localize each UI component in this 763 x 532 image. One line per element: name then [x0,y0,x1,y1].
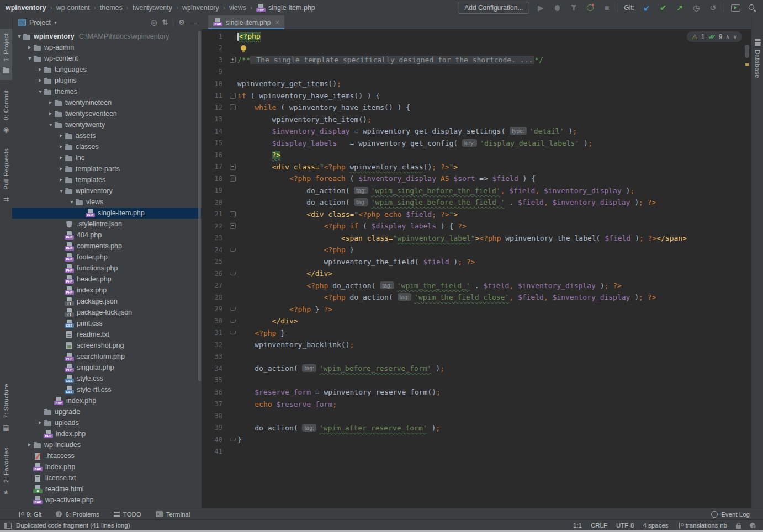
tree-item-screenshot-png[interactable]: screenshot.png [12,340,202,351]
chevron-open-icon[interactable] [36,88,44,95]
tree-item-inc[interactable]: inc [12,152,202,163]
tool-stripe-pull-requests[interactable]: Pull Requests⇉ [0,144,12,208]
line-number[interactable]: 2 [202,44,228,52]
tool-stripe--commit[interactable]: 0: Commit◉ [0,86,12,139]
intention-bulb-icon[interactable] [241,45,246,51]
tool-stripe-database[interactable]: Database [751,29,763,83]
line-number[interactable]: 11 [202,92,228,99]
chevron-closed-icon[interactable] [36,77,44,84]
line-number[interactable]: 36 [202,389,228,396]
fold-minus-icon[interactable]: − [230,175,236,182]
breadcrumb-file[interactable]: PHPsingle-item.php [256,4,315,12]
fold-end-icon[interactable] [230,320,236,323]
code-editor[interactable]: 1<?php23+/** The single template specifi… [202,29,751,508]
tree-item-single-item-php[interactable]: PHPsingle-item.php [12,208,202,219]
line-number[interactable]: 31 [202,329,228,337]
toolwindow-terminal[interactable]: >_Terminal [156,511,190,518]
line-number[interactable]: 19 [202,187,228,194]
tree-item-languages[interactable]: languages [12,64,202,75]
line-number[interactable]: 17 [202,163,228,171]
line-separator[interactable]: CRLF [591,522,607,529]
tree-item--htaccess[interactable]: .htaccess [12,450,202,461]
run-icon[interactable]: ▶ [535,2,546,13]
chevron-closed-icon[interactable] [57,166,65,173]
chevron-closed-icon[interactable] [36,419,44,427]
indent-setting[interactable]: 4 spaces [643,522,669,529]
tree-item-index-php[interactable]: PHPindex.php [12,461,202,472]
line-number[interactable]: 15 [202,139,228,147]
collapse-all-icon[interactable]: ⇅ [162,18,168,26]
tree-item-wp-admin[interactable]: wp-admin [12,42,202,53]
chevron-closed-icon[interactable] [57,143,65,151]
line-number[interactable]: 32 [202,341,228,349]
tree-item-twentytwenty[interactable]: twentytwenty [12,119,202,130]
chevron-open-icon[interactable] [68,199,75,206]
caret-position[interactable]: 1:1 [573,522,582,529]
line-number[interactable]: 20 [202,199,228,206]
chevron-closed-icon[interactable] [47,110,54,118]
tree-item-package-json[interactable]: { }package.json [12,296,202,307]
locate-file-icon[interactable]: ◎ [151,18,157,26]
toolwindow-todo[interactable]: TODO [114,511,141,518]
stop-icon[interactable]: ■ [601,2,612,13]
fold-end-icon[interactable] [230,438,236,441]
tool-stripe--project[interactable]: 1: Project [0,29,12,80]
tree-item-template-parts[interactable]: template-parts [12,163,202,174]
fold-end-icon[interactable] [230,307,236,311]
fold-minus-icon[interactable]: − [230,223,236,229]
history-icon[interactable]: ◷ [691,2,702,13]
inspections-widget[interactable]: ⚠ 1 ✔✔ 9 ∧ ∨ [687,31,742,42]
line-number[interactable]: 37 [202,400,228,408]
chevron-closed-icon[interactable] [26,441,33,449]
line-number[interactable]: 33 [202,353,228,360]
line-number[interactable]: 13 [202,115,228,123]
tree-item-404-php[interactable]: PHP404.php [12,230,202,241]
tree-item-wp-includes[interactable]: wp-includes [12,439,202,450]
fold-marker[interactable]: − [228,93,237,99]
chevron-open-icon[interactable] [47,121,54,129]
file-encoding[interactable]: UTF-8 [616,522,634,529]
tree-item-wp-activate-php[interactable]: PHPwp-activate.php [12,494,202,506]
tree-item-assets[interactable]: assets [12,130,202,141]
fold-marker[interactable]: − [228,223,237,229]
fold-marker[interactable]: − [228,164,237,170]
line-number[interactable]: 30 [202,317,228,325]
line-number[interactable]: 39 [202,424,228,432]
breadcrumb-item[interactable]: wp-content [56,4,90,12]
line-number[interactable]: 1 [202,33,228,40]
next-problem-icon[interactable]: ∨ [733,34,737,40]
chevron-closed-icon[interactable] [47,99,54,107]
fold-minus-icon[interactable]: − [230,164,236,170]
fold-marker[interactable]: − [228,104,237,110]
fold-marker[interactable] [228,331,237,334]
fold-minus-icon[interactable]: − [230,104,236,110]
tree-item-style-css[interactable]: CSSstyle.css [12,373,202,384]
fold-end-icon[interactable] [230,272,236,275]
tree-item--stylelintrc-json[interactable]: .stylelintrc.json [12,219,202,230]
tree-item-print-css[interactable]: CSSprint.css [12,318,202,329]
line-number[interactable]: 28 [202,294,228,301]
close-icon[interactable]: × [275,18,279,26]
chevron-open-icon[interactable] [15,33,23,40]
tree-item-style-rtl-css[interactable]: CSSstyle-rtl.css [12,384,202,395]
fold-end-icon[interactable] [230,331,236,334]
line-number[interactable]: 40 [202,436,228,444]
line-number[interactable]: 23 [202,234,228,242]
breadcrumb-item[interactable]: views [229,4,246,12]
event-log-button[interactable]: Event Log [711,511,750,518]
tree-item-index-php[interactable]: PHPindex.php [12,428,202,439]
tree-item-footer-php[interactable]: PHPfooter.php [12,252,202,263]
fold-marker[interactable] [228,320,237,323]
line-number[interactable]: 34 [202,365,228,373]
fold-minus-icon[interactable]: − [230,93,236,99]
line-number[interactable]: 41 [202,448,228,455]
line-number[interactable]: 9 [202,68,228,76]
tree-item-uploads[interactable]: uploads [12,417,202,428]
line-number[interactable]: 10 [202,80,228,88]
line-number[interactable]: 25 [202,258,228,265]
fold-marker[interactable]: − [228,211,237,217]
tree-item-searchform-php[interactable]: PHPsearchform.php [12,351,202,362]
fold-marker[interactable] [228,272,237,275]
line-number[interactable]: 16 [202,151,228,159]
status-message[interactable]: Duplicated code fragment (41 lines long) [16,522,130,529]
